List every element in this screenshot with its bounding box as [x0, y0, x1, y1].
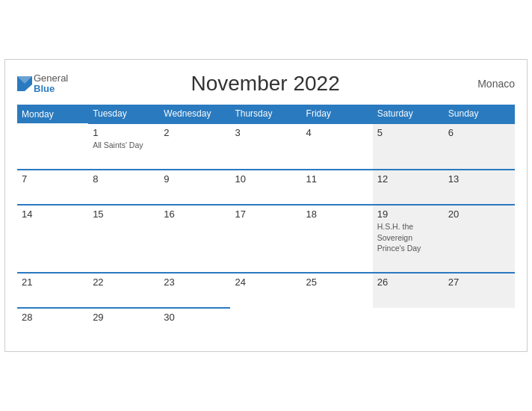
week-row-2: 78910111213	[17, 170, 515, 205]
col-thursday: Thursday	[230, 105, 301, 123]
day-number: 28	[22, 312, 84, 323]
calendar-cell: 21	[17, 273, 88, 308]
calendar-cell: 25	[302, 273, 373, 308]
calendar-cell: 1All Saints' Day	[88, 123, 159, 170]
day-number: 27	[448, 276, 510, 288]
col-sunday: Sunday	[444, 105, 515, 123]
calendar-grid: Monday Tuesday Wednesday Thursday Friday…	[17, 105, 515, 342]
day-number: 30	[164, 312, 226, 323]
logo-blue-text: Blue	[34, 84, 68, 94]
logo-general-text: General	[34, 73, 68, 84]
country-label: Monaco	[463, 78, 515, 90]
calendar-cell: 13	[444, 170, 515, 205]
calendar-title: November 2022	[68, 72, 463, 96]
week-row-3: 141516171819H.S.H. the Sovereign Prince'…	[17, 205, 515, 273]
calendar-cell: 29	[88, 308, 159, 342]
calendar-cell: 22	[88, 273, 159, 308]
calendar-cell: 19H.S.H. the Sovereign Prince's Day	[373, 205, 444, 273]
header-row: Monday Tuesday Wednesday Thursday Friday…	[17, 105, 515, 123]
event-text: H.S.H. the Sovereign Prince's Day	[377, 222, 421, 253]
col-friday: Friday	[302, 105, 373, 123]
calendar-cell: 26	[373, 273, 444, 308]
day-number: 2	[164, 127, 226, 138]
day-number: 29	[93, 312, 155, 323]
calendar-cell	[302, 308, 373, 342]
calendar-cell: 27	[444, 273, 515, 308]
calendar-cell: 18	[302, 205, 373, 273]
day-number: 7	[22, 173, 84, 185]
day-number: 1	[93, 127, 155, 138]
col-tuesday: Tuesday	[88, 105, 159, 123]
calendar-cell: 15	[88, 205, 159, 273]
calendar-header: General Blue November 2022 Monaco	[17, 72, 515, 96]
day-number: 11	[306, 173, 368, 185]
week-row-4: 21222324252627	[17, 273, 515, 308]
day-number: 16	[164, 208, 226, 220]
day-number: 21	[22, 276, 84, 288]
day-number: 3	[235, 127, 297, 138]
day-number: 15	[93, 208, 155, 220]
day-number: 24	[235, 276, 297, 288]
calendar-cell	[17, 123, 88, 170]
day-number: 17	[235, 208, 297, 220]
calendar-cell: 8	[88, 170, 159, 205]
calendar-cell: 12	[373, 170, 444, 205]
calendar-cell: 16	[159, 205, 230, 273]
day-number: 6	[448, 127, 510, 138]
calendar-cell: 30	[159, 308, 230, 342]
day-number: 4	[306, 127, 368, 138]
day-number: 5	[377, 127, 439, 138]
calendar-cell: 2	[159, 123, 230, 170]
calendar-cell: 10	[230, 170, 301, 205]
calendar-cell: 7	[17, 170, 88, 205]
calendar-container: General Blue November 2022 Monaco Monday…	[4, 59, 528, 352]
day-number: 25	[306, 276, 368, 288]
calendar-cell: 6	[444, 123, 515, 170]
calendar-body: 1All Saints' Day234567891011121314151617…	[17, 123, 515, 342]
calendar-cell: 9	[159, 170, 230, 205]
day-number: 19	[377, 208, 439, 220]
calendar-cell: 20	[444, 205, 515, 273]
calendar-cell: 5	[373, 123, 444, 170]
week-row-1: 1All Saints' Day23456	[17, 123, 515, 170]
day-number: 26	[377, 276, 439, 288]
event-text: All Saints' Day	[93, 140, 143, 149]
week-row-5: 282930	[17, 308, 515, 342]
day-number: 20	[448, 208, 510, 220]
calendar-cell	[373, 308, 444, 342]
logo: General Blue	[17, 73, 68, 95]
day-number: 10	[235, 173, 297, 185]
col-saturday: Saturday	[373, 105, 444, 123]
day-number: 12	[377, 173, 439, 185]
col-wednesday: Wednesday	[159, 105, 230, 123]
day-number: 9	[164, 173, 226, 185]
col-monday: Monday	[17, 105, 88, 123]
calendar-cell: 11	[302, 170, 373, 205]
calendar-thead: Monday Tuesday Wednesday Thursday Friday…	[17, 105, 515, 123]
day-number: 8	[93, 173, 155, 185]
day-number: 18	[306, 208, 368, 220]
calendar-cell: 24	[230, 273, 301, 308]
day-number: 13	[448, 173, 510, 185]
calendar-cell: 3	[230, 123, 301, 170]
day-number: 23	[164, 276, 226, 288]
calendar-cell: 17	[230, 205, 301, 273]
calendar-cell	[230, 308, 301, 342]
day-number: 14	[22, 208, 84, 220]
calendar-cell: 28	[17, 308, 88, 342]
calendar-cell	[444, 308, 515, 342]
calendar-cell: 4	[302, 123, 373, 170]
calendar-cell: 23	[159, 273, 230, 308]
calendar-cell: 14	[17, 205, 88, 273]
day-number: 22	[93, 276, 155, 288]
